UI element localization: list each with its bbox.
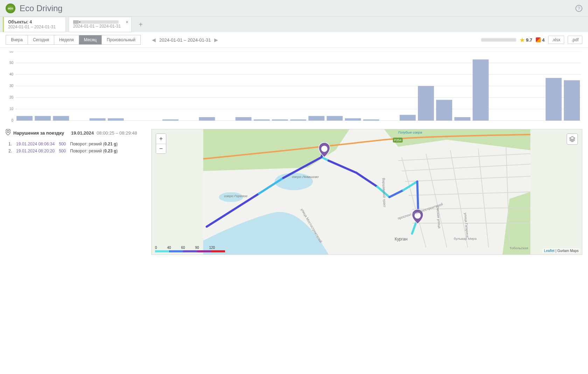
chart-bar[interactable]: [546, 78, 562, 121]
chart-bar[interactable]: [16, 116, 33, 121]
btn-today[interactable]: Сегодня: [28, 35, 54, 45]
chart-bar[interactable]: [108, 118, 124, 121]
map-label-city: Курган: [395, 237, 408, 242]
map-road-badge: Р254: [394, 138, 401, 142]
tab-objects-range: 2024-01-01 – 2024-01-31: [8, 24, 61, 29]
violations-bar-chart: 0102030405060: [7, 51, 581, 125]
legend-tick: 60: [181, 246, 185, 250]
chart-bar[interactable]: [472, 59, 489, 121]
current-vehicle-redacted: [481, 38, 516, 42]
chart-bar[interactable]: [199, 117, 215, 121]
legend-segment: [169, 250, 183, 252]
btn-yesterday[interactable]: Вчера: [6, 35, 28, 45]
legend-segment: [197, 250, 211, 252]
chart-bar[interactable]: [400, 115, 416, 121]
legend-tick: 120: [209, 246, 215, 250]
rating-badge: ★ 9.7: [520, 37, 532, 43]
violation-description: Поворот: резкий (0.21 g): [70, 142, 118, 146]
controls-right: ★ 9.7 4 .xlsx .pdf: [480, 36, 582, 44]
next-period-icon[interactable]: ▶: [214, 37, 218, 43]
tab-vehicle[interactable]: 2024-01-01 – 2024-01-31 ×: [69, 17, 132, 32]
chart-bar[interactable]: [308, 116, 324, 121]
pin-icon: [6, 129, 10, 137]
chart-bar[interactable]: [363, 120, 379, 121]
violations-list: 1.19.01.2024 08:06:34500Поворот: резкий …: [6, 142, 146, 153]
btn-week[interactable]: Неделя: [54, 35, 79, 45]
legend-segment: [155, 250, 169, 252]
map-attribution: Leaflet | Gurtam Maps: [542, 249, 580, 253]
chart-bar[interactable]: [90, 118, 106, 121]
violations-title: Нарушения за поездку: [13, 130, 64, 136]
chart-bar[interactable]: [418, 86, 434, 121]
map-layers-button[interactable]: [567, 134, 578, 145]
svg-text:40: 40: [9, 72, 14, 76]
chart-bar[interactable]: [162, 120, 178, 121]
violation-row: 1.19.01.2024 08:06:34500Поворот: резкий …: [8, 142, 146, 146]
map-marker-2[interactable]: 2: [323, 147, 326, 151]
chart-bar[interactable]: [254, 120, 270, 121]
violation-index: 1.: [8, 142, 12, 146]
violations-header: Нарушения за поездку 19.01.2024 08:00:25…: [6, 129, 146, 137]
violations-panel: Нарушения за поездку 19.01.2024 08:00:25…: [6, 129, 146, 255]
leaflet-link[interactable]: Leaflet: [544, 249, 554, 253]
btn-month[interactable]: Месяц: [79, 35, 102, 45]
chart-bar[interactable]: [236, 117, 252, 121]
legend-tick: 90: [195, 246, 199, 250]
chart-bar[interactable]: [290, 120, 306, 121]
tab-objects-label: Объекты: 4: [8, 20, 32, 24]
violation-timestamp[interactable]: 19.01.2024 08:20:20: [16, 149, 55, 153]
chart-bar[interactable]: [454, 117, 470, 121]
svg-text:10: 10: [9, 107, 14, 111]
chart-bar[interactable]: [564, 80, 580, 121]
help-icon[interactable]: ?: [575, 5, 582, 12]
map-panel[interactable]: 1 2 озеро Левашово озеро Горелое Голубые…: [151, 129, 582, 255]
legend-tick: 40: [167, 246, 171, 250]
tab-objects[interactable]: Объекты: 4 2024-01-01 – 2024-01-31: [3, 17, 66, 32]
map-canvas[interactable]: 1 2 озеро Левашово озеро Горелое Голубые…: [152, 129, 582, 254]
period-buttons: Вчера Сегодня Неделя Месяц Произвольный: [6, 35, 141, 45]
zoom-in-button[interactable]: +: [156, 134, 166, 144]
legend-segment: [183, 250, 197, 252]
map-label-lake2: озеро Горелое: [224, 194, 247, 198]
chart-bar[interactable]: [345, 118, 361, 121]
eco-logo-icon: eco: [6, 3, 15, 13]
svg-text:20: 20: [9, 95, 14, 99]
map-label-lakes3: Голубые озера: [398, 130, 422, 134]
add-tab-button[interactable]: +: [134, 17, 147, 32]
svg-text:0: 0: [11, 118, 13, 122]
chart-area: 0102030405060: [0, 48, 588, 125]
map-label-street5: бульвар Мира: [454, 237, 477, 240]
chart-bar[interactable]: [53, 116, 69, 121]
legend-segment: [211, 250, 225, 252]
export-xlsx-button[interactable]: .xlsx: [548, 36, 564, 44]
legend-tick: 0: [155, 246, 157, 250]
violation-code: 500: [59, 149, 66, 153]
chart-bar[interactable]: [327, 116, 343, 121]
controls-row: Вчера Сегодня Неделя Месяц Произвольный …: [0, 32, 588, 48]
layers-icon: [569, 136, 575, 142]
map-zoom-control: + −: [156, 134, 166, 154]
chart-bar[interactable]: [272, 120, 288, 121]
date-navigator: ◀ 2024-01-01 – 2024-01-31 ▶: [152, 37, 218, 43]
export-pdf-button[interactable]: .pdf: [568, 36, 582, 44]
violation-timestamp[interactable]: 19.01.2024 08:06:34: [16, 142, 55, 146]
prev-period-icon[interactable]: ◀: [152, 37, 156, 43]
lower-pane: Нарушения за поездку 19.01.2024 08:00:25…: [0, 125, 588, 259]
violation-description: Поворот: резкий (0.23 g): [70, 149, 118, 153]
svg-text:60: 60: [9, 51, 14, 53]
date-range-label: 2024-01-01 – 2024-01-31: [159, 37, 211, 43]
star-icon: ★: [520, 37, 525, 43]
trip-time: 08:00:25 – 08:29:48: [97, 130, 137, 136]
penalty-value: 4: [542, 37, 545, 43]
zoom-out-button[interactable]: −: [156, 144, 166, 153]
tab-vehicle-range: 2024-01-01 – 2024-01-31: [73, 24, 127, 29]
btn-custom[interactable]: Произвольный: [102, 35, 141, 45]
chart-bar[interactable]: [35, 116, 51, 121]
rating-value: 9.7: [526, 37, 532, 43]
violation-code: 500: [59, 142, 66, 146]
trip-date: 19.01.2024: [71, 130, 94, 136]
close-icon[interactable]: ×: [126, 19, 128, 25]
penalty-badge: 4: [536, 37, 545, 43]
page-title: Eco Driving: [20, 3, 63, 13]
chart-bar[interactable]: [436, 100, 452, 121]
